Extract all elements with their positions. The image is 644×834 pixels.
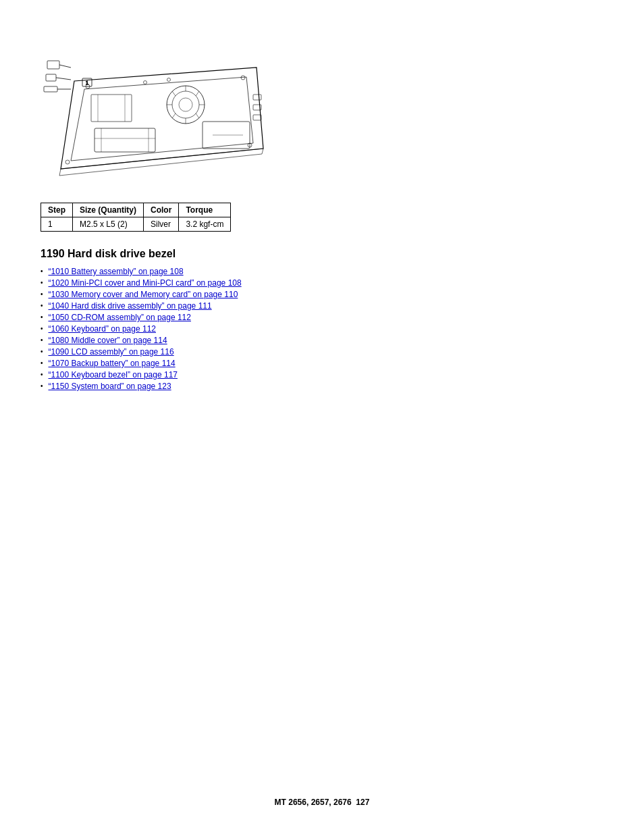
svg-point-32	[144, 81, 147, 84]
list-item: “1030 Memory cover and Memory card” on p…	[41, 290, 603, 299]
list-item-link[interactable]: “1020 Mini-PCI cover and Mini-PCI card” …	[49, 278, 242, 288]
cell-step: 1	[41, 217, 73, 232]
list-item-link[interactable]: “1150 System board” on page 123	[49, 382, 171, 391]
col-color: Color	[144, 203, 179, 217]
svg-rect-19	[95, 128, 155, 152]
table-row: 1 M2.5 x L5 (2) Silver 3.2 kgf-cm	[41, 217, 231, 232]
cell-torque: 3.2 kgf-cm	[179, 217, 231, 232]
list-item: “1050 CD-ROM assembly” on page 112	[41, 313, 603, 322]
list-item-link[interactable]: “1100 Keyboard bezel” on page 117	[49, 370, 178, 380]
svg-rect-25	[91, 95, 132, 122]
footer-page-number: 127	[356, 798, 369, 807]
list-item: “1080 Middle cover” on page 114	[41, 336, 603, 345]
laptop-diagram: 1	[41, 41, 270, 189]
col-size: Size (Quantity)	[73, 203, 144, 217]
list-item: “1020 Mini-PCI cover and Mini-PCI card” …	[41, 278, 603, 288]
list-item-link[interactable]: “1070 Backup battery” on page 114	[49, 359, 176, 368]
list-item-link[interactable]: “1010 Battery assembly” on page 108	[49, 267, 184, 276]
section-title: 1190 Hard disk drive bezel	[41, 248, 603, 260]
svg-point-31	[65, 160, 70, 164]
list-item: “1010 Battery assembly” on page 108	[41, 267, 603, 276]
svg-line-15	[172, 91, 176, 96]
list-item-link[interactable]: “1040 Hard disk drive assembly” on page …	[49, 301, 212, 311]
svg-point-9	[172, 91, 199, 118]
svg-rect-0	[47, 61, 59, 69]
list-item: “1150 System board” on page 123	[41, 382, 603, 391]
list-item: “1090 LCD assembly” on page 116	[41, 347, 603, 357]
list-item: “1040 Hard disk drive assembly” on page …	[41, 301, 603, 311]
svg-rect-37	[253, 115, 261, 120]
list-item-link[interactable]: “1030 Memory cover and Memory card” on p…	[49, 290, 238, 299]
list-item-link[interactable]: “1090 LCD assembly” on page 116	[49, 347, 174, 357]
svg-point-29	[241, 76, 245, 80]
screw-table: Step Size (Quantity) Color Torque 1 M2.5…	[41, 203, 231, 232]
svg-line-16	[196, 113, 199, 118]
footer-mt: MT 2656, 2657, 2676	[275, 798, 356, 807]
list-item-link[interactable]: “1060 Keyboard” on page 112	[49, 324, 156, 334]
list-item-link[interactable]: “1050 CD-ROM assembly” on page 112	[49, 313, 191, 322]
col-torque: Torque	[179, 203, 231, 217]
page: 1	[0, 0, 644, 834]
cell-color: Silver	[144, 217, 179, 232]
svg-line-18	[196, 91, 199, 96]
list-item: “1100 Keyboard bezel” on page 117	[41, 370, 603, 380]
svg-rect-35	[253, 95, 261, 100]
svg-line-17	[172, 113, 176, 118]
svg-line-1	[59, 65, 71, 68]
cell-size: M2.5 x L5 (2)	[73, 217, 144, 232]
svg-point-33	[167, 78, 171, 82]
list-item-link[interactable]: “1080 Middle cover” on page 114	[49, 336, 167, 345]
col-step: Step	[41, 203, 73, 217]
svg-rect-4	[44, 86, 57, 92]
footer: MT 2656, 2657, 2676 127	[0, 798, 644, 807]
svg-rect-2	[46, 74, 56, 81]
svg-line-3	[56, 78, 71, 80]
diagram-area: 1	[41, 41, 603, 189]
list-item: “1060 Keyboard” on page 112	[41, 324, 603, 334]
svg-text:1: 1	[86, 80, 89, 86]
svg-point-10	[179, 98, 192, 111]
list-item: “1070 Backup battery” on page 114	[41, 359, 603, 368]
link-list: “1010 Battery assembly” on page 108“1020…	[41, 267, 603, 391]
